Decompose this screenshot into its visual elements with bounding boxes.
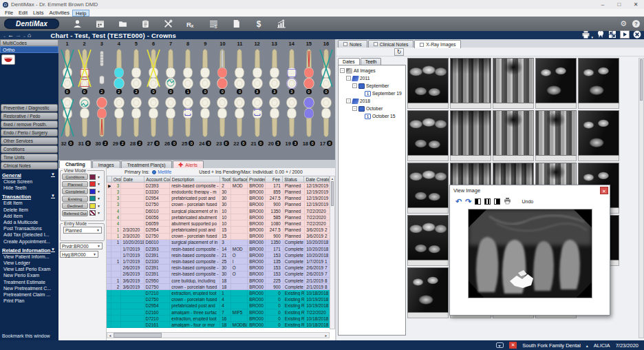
tooth-7[interactable]	[162, 47, 180, 90]
table-horizontal-scrollbar[interactable]: ◂▸	[107, 332, 330, 338]
table-row[interactable]: 4D6056prefabricated abutment10BRO00585Pl…	[107, 214, 330, 220]
color-swatch[interactable]	[89, 210, 96, 216]
undo-label[interactable]: Undo	[522, 199, 533, 204]
tab-x-ray-images[interactable]: X-Ray Images	[414, 40, 461, 48]
xray-thumbnail[interactable]	[407, 267, 449, 318]
tooth-31[interactable]	[76, 96, 93, 139]
maximize-button[interactable]: □	[611, 0, 627, 9]
table-row[interactable]: D7210extraction, erupted toot1BRO000Exis…	[107, 290, 330, 296]
tooth-16[interactable]	[317, 47, 334, 90]
sidebar-item-view-ledger[interactable]: View Ledger	[2, 260, 58, 266]
table-row[interactable]: D7210extraction, erupted toot16BRO000Exi…	[107, 316, 330, 322]
sidebar-item-edit-item[interactable]: Edit Item	[2, 200, 58, 206]
subtab-teeth[interactable]: Teeth	[361, 58, 382, 65]
tree-expander-icon[interactable]: -	[346, 76, 351, 81]
tooth-24[interactable]	[197, 96, 214, 139]
back-arrow-icon[interactable]: ←	[8, 32, 14, 39]
tooth-12[interactable]	[248, 47, 266, 90]
table-row[interactable]: 110/20/2018D6010surgical placement of in…	[107, 240, 330, 246]
xray-thumbnail[interactable]	[493, 110, 534, 161]
tooth-3[interactable]	[93, 47, 110, 90]
refresh-icon[interactable]: ↻	[394, 48, 404, 56]
tree-expander-icon[interactable]: -	[352, 83, 357, 88]
tab-notes[interactable]: Notes	[338, 40, 367, 48]
multicode-item-ortho[interactable]: Ortho	[0, 46, 58, 53]
category-time-units[interactable]: Time Units	[1, 154, 58, 161]
patient-icon[interactable]	[72, 19, 83, 29]
folder-icon[interactable]	[117, 19, 128, 29]
tab-images[interactable]: Images	[92, 161, 120, 168]
sidebar-item-add-item[interactable]: Add Item	[2, 213, 58, 219]
category-preventive-diagnostic[interactable]: Preventive / Diagnostic	[1, 104, 58, 112]
table-row[interactable]: 3D2750crown - porcelain fused30BRO00900P…	[107, 202, 330, 208]
category-other-services[interactable]: Other Services	[1, 137, 58, 145]
tab-clinical-notes[interactable]: Clinical Notes	[368, 40, 414, 48]
provider-select[interactable]: Prvdr:BRO00▼	[60, 243, 103, 249]
xray-thumbnail[interactable]	[450, 58, 491, 109]
view-image-close-button[interactable]: ✕	[600, 187, 608, 194]
view-mode-button-declined[interactable]: Declined	[62, 203, 88, 209]
table-row[interactable]: 4D6010surgical placement of in10BRO00135…	[107, 208, 330, 214]
sidebar-item-add-a-multicode[interactable]: Add a Multicode	[2, 219, 58, 225]
tooth-32[interactable]	[58, 96, 76, 139]
tooth-13[interactable]	[266, 47, 283, 90]
column-header-provider[interactable]: Provider	[248, 176, 266, 182]
sidebar-item-view-last-perio-exam[interactable]: View Last Perio Exam	[2, 266, 58, 272]
table-row[interactable]: 23/6/2019D2750crown - porcelain fused18B…	[107, 284, 330, 290]
tooth-22[interactable]	[231, 96, 248, 139]
xray-thumbnail[interactable]	[407, 58, 449, 109]
tree-item-september-19[interactable]: 1September 19	[339, 90, 405, 97]
fees-icon[interactable]: $	[208, 19, 219, 29]
tooth-25[interactable]	[180, 96, 197, 139]
category-restorative-pedo[interactable]: Restorative / Pedo	[1, 112, 58, 120]
menu-item-activities[interactable]: Activities	[46, 10, 72, 17]
menu-item-edit[interactable]: Edit	[16, 10, 30, 17]
table-row[interactable]: 3D2954prefabricated post and30BRO00247.5…	[107, 195, 330, 201]
tab-charting[interactable]: Charting	[59, 160, 92, 168]
rx-icon[interactable]: Rx	[185, 19, 196, 29]
xray-thumbnail[interactable]	[407, 110, 449, 161]
practice-caret-icon[interactable]: ▴	[586, 343, 588, 348]
xray-alert-icon[interactable]: ✕	[509, 342, 517, 349]
tooth-19[interactable]	[283, 96, 300, 139]
calendar-icon[interactable]	[94, 19, 105, 29]
sidebar-item-print-plan[interactable]: Print Plan	[2, 298, 58, 304]
close-button[interactable]: ✕	[627, 0, 644, 9]
tree-expander-icon[interactable]: -	[340, 68, 345, 73]
tooth-20[interactable]	[266, 96, 283, 139]
tooth-4[interactable]	[110, 47, 127, 90]
tooth-9[interactable]	[197, 47, 214, 90]
table-row[interactable]: 4D6059abutment supported po10BRO001080Pl…	[107, 220, 330, 227]
table-row[interactable]: D2160amalgam - three surfac7MIF5BRO000Ex…	[107, 309, 330, 316]
table-row[interactable]: 1/7/2019D2391resin-based composite -21OB…	[107, 252, 330, 258]
tooth-30[interactable]	[93, 96, 110, 139]
color-swatch[interactable]	[89, 189, 96, 194]
sidebar-item-new-perio-exam[interactable]: New Perio Exam	[2, 272, 58, 278]
tooth-17[interactable]	[317, 96, 334, 139]
home-icon[interactable]: ⌂	[28, 32, 31, 39]
menu-item-file[interactable]: File	[2, 10, 16, 17]
sidebar-item-pretreatment-claim-[interactable]: Pretreatment Claim ...	[2, 291, 58, 298]
redo-arrow-icon[interactable]: ↷	[465, 198, 471, 205]
table-row[interactable]: 2/6/2019D2391resin-based composite -30OB…	[107, 265, 330, 271]
document-icon[interactable]	[230, 19, 242, 29]
column-header-surface[interactable]: Surface	[231, 176, 248, 182]
xray-thumbnail[interactable]	[535, 58, 577, 109]
undo-arrow-icon[interactable]: ↶	[455, 198, 462, 205]
xray-thumbnail[interactable]	[535, 110, 577, 161]
clipboard-icon[interactable]	[140, 19, 151, 29]
settings-gear-icon[interactable]: ⚙	[620, 19, 627, 28]
tree-item-october[interactable]: -October	[339, 105, 405, 112]
table-row[interactable]: ▶3D2393resin-based composite -2MODBRO001…	[107, 183, 330, 189]
hygienist-select[interactable]: Hyg:BRO00▼	[60, 251, 98, 258]
xray-scrollbar[interactable]	[638, 58, 644, 338]
xray-thumbnail[interactable]	[450, 110, 491, 161]
table-row[interactable]: D2954prefabricated post and4BRO000Existi…	[107, 303, 330, 309]
column-header-date[interactable]: Date	[122, 176, 144, 182]
tooth-23[interactable]	[214, 96, 231, 139]
tooth-11[interactable]	[231, 47, 248, 90]
subtab-dates[interactable]: Dates	[338, 58, 360, 65]
swatch-caret-icon[interactable]: ▼	[97, 189, 100, 194]
tab-alerts[interactable]: ✚Alerts	[173, 161, 204, 168]
sidebar-item-create-appointment-[interactable]: Create Appointment...	[2, 238, 58, 245]
